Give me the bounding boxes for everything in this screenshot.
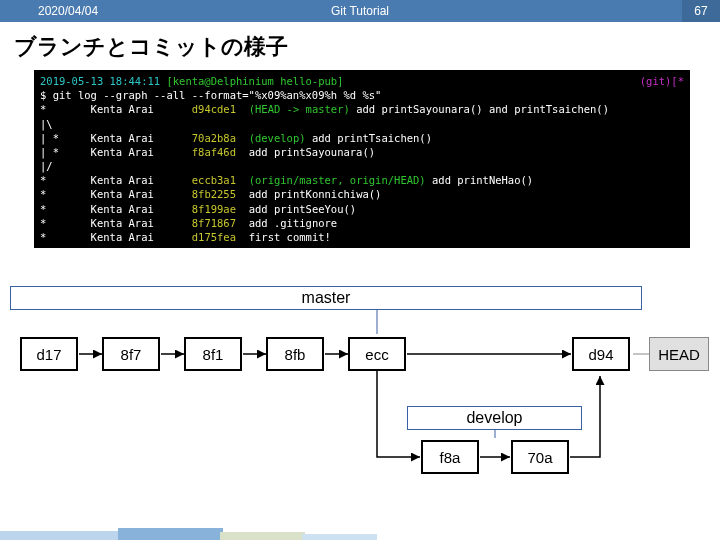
page-title: ブランチとコミットの様子 [14,32,720,62]
term-row: * Kenta Arai d175fea first commit! [40,231,331,243]
term-git-branch: (git)[* [640,74,684,88]
term-row: * Kenta Arai d94cde1 (HEAD -> master) ad… [40,103,609,115]
term-row: * Kenta Arai 8f199ae add printSeeYou() [40,203,356,215]
commit-node: d94 [572,337,630,371]
term-row: * Kenta Arai 8fb2255 add printKonnichiwa… [40,188,381,200]
term-cmd: $ git log --graph --all --format="%x09%a… [40,89,381,101]
term-row: | * Kenta Arai 70a2b8a (develop) add pri… [40,132,432,144]
term-row: |/ [40,160,53,172]
term-row: * Kenta Arai 8f71867 add .gitignore [40,217,337,229]
slide-header: 2020/04/04 Git Tutorial 67 [0,0,720,22]
term-row: |\ [40,118,53,130]
commit-node: 8fb [266,337,324,371]
branch-label-master: master [10,286,642,310]
commit-node: 8f7 [102,337,160,371]
commit-node: 8f1 [184,337,242,371]
graph-arrows [0,282,720,532]
footer-decoration [0,530,720,540]
terminal-output: 2019-05-13 18:44:11 [kenta@Delphinium he… [34,70,690,248]
commit-node: ecc [348,337,406,371]
commit-node: d17 [20,337,78,371]
header-date: 2020/04/04 [38,4,98,18]
commit-node: f8a [421,440,479,474]
term-row: | * Kenta Arai f8af46d add printSayounar… [40,146,375,158]
term-ctx: [kenta@Delphinium hello-pub] [166,75,343,87]
header-title: Git Tutorial [331,4,389,18]
commit-graph: master d17 8f7 8f1 8fb ecc d94 HEAD deve… [0,282,720,532]
header-page: 67 [682,0,720,22]
commit-node: 70a [511,440,569,474]
branch-label-develop: develop [407,406,582,430]
term-row: * Kenta Arai eccb3a1 (origin/master, ori… [40,174,533,186]
term-time: 2019-05-13 18:44:11 [40,75,166,87]
head-pointer: HEAD [649,337,709,371]
